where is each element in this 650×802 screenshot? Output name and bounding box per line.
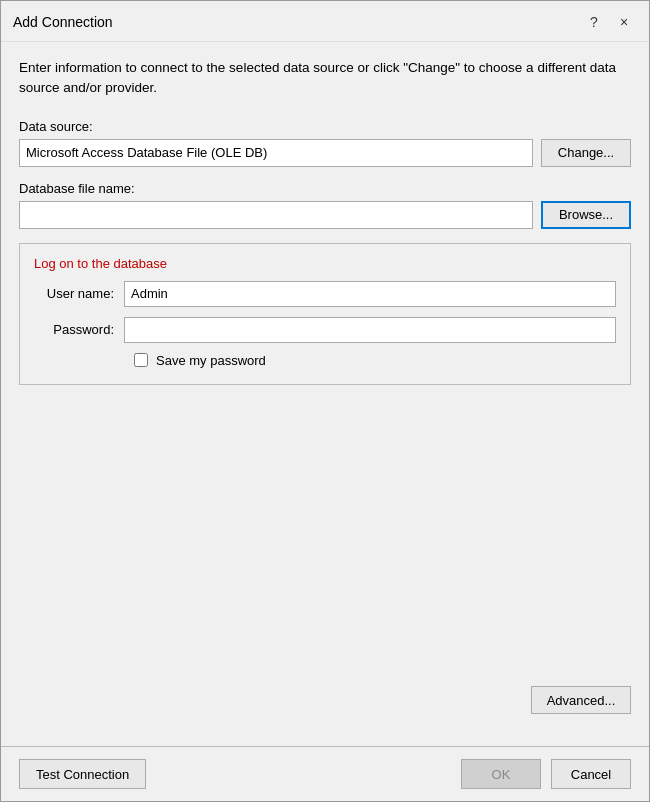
- database-file-row: Browse...: [19, 201, 631, 229]
- password-label: Password:: [34, 322, 124, 337]
- title-bar-left: Add Connection: [13, 14, 113, 30]
- test-connection-button[interactable]: Test Connection: [19, 759, 146, 789]
- help-button[interactable]: ?: [581, 11, 607, 33]
- ok-button[interactable]: OK: [461, 759, 541, 789]
- cancel-button[interactable]: Cancel: [551, 759, 631, 789]
- logon-group: Log on to the database User name: Passwo…: [19, 243, 631, 385]
- data-source-input[interactable]: [19, 139, 533, 167]
- dialog-title: Add Connection: [13, 14, 113, 30]
- data-source-label: Data source:: [19, 119, 631, 134]
- password-row: Password:: [34, 317, 616, 343]
- database-file-label: Database file name:: [19, 181, 631, 196]
- add-connection-dialog: Add Connection ? × Enter information to …: [0, 0, 650, 802]
- save-password-checkbox[interactable]: [134, 353, 148, 367]
- username-label: User name:: [34, 286, 124, 301]
- advanced-row: Advanced...: [19, 686, 631, 714]
- footer: Test Connection OK Cancel: [1, 746, 649, 801]
- intro-text: Enter information to connect to the sele…: [19, 58, 631, 99]
- close-button[interactable]: ×: [611, 11, 637, 33]
- logon-legend: Log on to the database: [34, 256, 616, 271]
- save-password-row: Save my password: [134, 353, 616, 368]
- save-password-label: Save my password: [156, 353, 266, 368]
- username-row: User name:: [34, 281, 616, 307]
- title-bar: Add Connection ? ×: [1, 1, 649, 42]
- form-section: Data source: Change... Database file nam…: [19, 119, 631, 731]
- change-button[interactable]: Change...: [541, 139, 631, 167]
- username-input[interactable]: [124, 281, 616, 307]
- password-input[interactable]: [124, 317, 616, 343]
- dialog-content: Enter information to connect to the sele…: [1, 42, 649, 746]
- advanced-button[interactable]: Advanced...: [531, 686, 631, 714]
- database-file-input[interactable]: [19, 201, 533, 229]
- browse-button[interactable]: Browse...: [541, 201, 631, 229]
- data-source-row: Change...: [19, 139, 631, 167]
- title-bar-controls: ? ×: [581, 11, 637, 33]
